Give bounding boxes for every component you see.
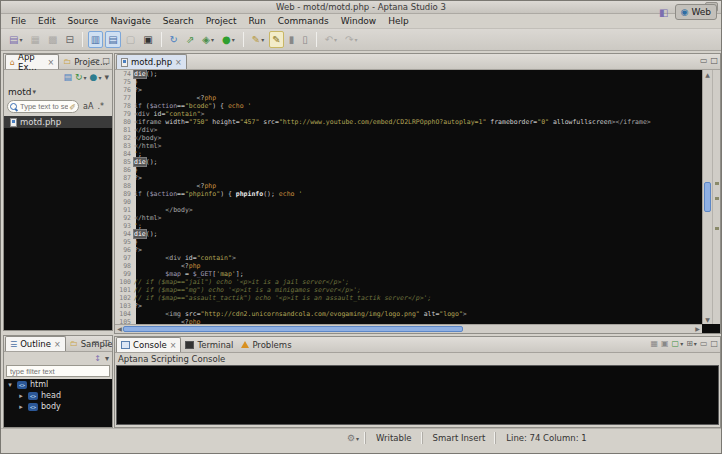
code-line[interactable]: 77 <?php <box>115 94 702 102</box>
search-input[interactable] <box>20 102 68 111</box>
file-list[interactable]: motd.php <box>4 116 112 330</box>
code-line[interactable]: 86} <box>115 166 702 174</box>
console-output[interactable] <box>116 365 719 425</box>
show-filesystem-button[interactable]: ▤ <box>105 31 120 48</box>
scroll-right-icon[interactable]: ▶ <box>693 325 702 333</box>
open-console-icon[interactable]: ⊞▾ <box>686 339 697 348</box>
save-button[interactable]: ▦ <box>27 31 42 48</box>
code-line[interactable]: 79<div id="contain"> <box>115 110 702 118</box>
tree-item-body[interactable]: ▸body <box>4 401 112 412</box>
open-terminal-button[interactable]: ▣ <box>140 31 155 48</box>
maximize-icon[interactable]: □ <box>102 338 110 347</box>
tab-problems[interactable]: Problems <box>237 337 295 352</box>
close-icon[interactable]: × <box>175 58 182 67</box>
refresh-button[interactable]: ↻ <box>167 31 181 48</box>
code-line[interactable]: 96?> <box>115 246 702 254</box>
outline-tree[interactable]: ▾html▸head▸body <box>4 379 112 427</box>
close-icon[interactable]: × <box>47 58 54 67</box>
scrollbar-thumb[interactable] <box>704 182 711 212</box>
show-view-button[interactable]: ▢ <box>123 31 138 48</box>
view-menu-icon[interactable]: ▾ <box>105 354 109 363</box>
show-app-explorer-button[interactable]: ▥ <box>88 31 103 48</box>
sort-icon[interactable]: ↕ <box>94 354 101 363</box>
code-line[interactable]: 95} <box>115 238 702 246</box>
code-line[interactable]: 76?> <box>115 86 702 94</box>
editor-tab-motd-php[interactable]: motd.php × <box>116 54 187 69</box>
menu-project[interactable]: Project <box>200 16 243 26</box>
pencil-button[interactable]: ✎ <box>269 31 283 48</box>
code-line[interactable]: 80<iframe width="750" height="457" src="… <box>115 118 702 126</box>
title-bar[interactable]: Web - motd/motd.php - Aptana Studio 3 × <box>1 1 721 14</box>
menu-search[interactable]: Search <box>157 16 200 26</box>
tab-outline[interactable]: ☰ Outline × <box>5 336 66 351</box>
code-line[interactable]: 93'; <box>115 222 702 230</box>
indent-guides-button[interactable]: ▮ <box>286 31 298 48</box>
editor-vertical-scrollbar[interactable]: ▲ ▼ <box>702 70 712 324</box>
code-line[interactable]: 84'; <box>115 150 702 158</box>
code-line[interactable]: 78if ($action=="bcode") { echo ' <box>115 102 702 110</box>
scroll-up-icon[interactable]: ▲ <box>703 70 712 79</box>
code-line[interactable]: 82</body> <box>115 134 702 142</box>
export-button[interactable]: ⇗ <box>183 31 197 48</box>
run-button[interactable]: ●▾ <box>219 31 238 48</box>
code-line[interactable]: 94die(); <box>115 230 702 238</box>
code-line[interactable]: 74die(); <box>115 70 702 78</box>
file-item-motd-php[interactable]: motd.php <box>4 116 112 128</box>
menu-run[interactable]: Run <box>243 16 272 26</box>
code-line[interactable]: 103?> <box>115 302 702 310</box>
editor-horizontal-scrollbar[interactable]: ◀ ▶ <box>115 324 702 333</box>
collapse-icon[interactable]: ▾ <box>6 381 14 389</box>
web-perspective-button[interactable]: ◉ Web <box>675 4 717 20</box>
forward-button[interactable]: ↷▾ <box>342 31 360 48</box>
menu-commands[interactable]: Commands <box>272 16 335 26</box>
code-line[interactable]: 88 <?php <box>115 182 702 190</box>
close-icon[interactable]: × <box>54 340 61 349</box>
maximize-icon[interactable]: □ <box>710 339 718 348</box>
code-line[interactable]: 75} <box>115 78 702 86</box>
save-all-button[interactable]: ▩ <box>45 31 60 48</box>
menu-edit[interactable]: Edit <box>32 16 61 26</box>
code-line[interactable]: 87?> <box>115 174 702 182</box>
expand-icon[interactable]: ▸ <box>17 403 25 411</box>
pin-console-icon[interactable]: ▣ <box>661 339 669 348</box>
word-wrap-button[interactable]: ▯ <box>299 31 311 48</box>
maximize-icon[interactable]: □ <box>710 56 718 65</box>
menu-help[interactable]: Help <box>382 16 415 26</box>
project-selector[interactable]: motd▾ <box>4 85 112 98</box>
clear-console-icon[interactable]: ▦ <box>650 339 658 348</box>
open-perspective-icon[interactable]: ◧ <box>659 7 668 18</box>
code-line[interactable]: 100// if ($map=="jail") echo '<p>it is a… <box>115 278 702 286</box>
minimize-icon[interactable]: ▭ <box>700 339 708 348</box>
code-line[interactable]: 92</html> <box>115 214 702 222</box>
menu-navigate[interactable]: Navigate <box>104 16 156 26</box>
code-line[interactable]: 91 </body> <box>115 206 702 214</box>
sync-icon[interactable]: ↻▾ <box>75 73 87 82</box>
expand-icon[interactable]: ▸ <box>17 392 25 400</box>
code-line[interactable]: 102// if ($map=="assault_tactik") echo '… <box>115 294 702 302</box>
regex-toggle[interactable]: .* <box>97 102 104 111</box>
minimize-icon[interactable]: ▭ <box>92 338 100 347</box>
print-button[interactable]: ⊟ <box>62 31 76 48</box>
menu-file[interactable]: File <box>5 16 32 26</box>
scroll-down-icon[interactable]: ▼ <box>703 315 712 324</box>
code-line[interactable]: 85die(); <box>115 158 702 166</box>
run-small-icon[interactable]: ●▾ <box>90 73 102 82</box>
code-line[interactable]: 97 <div id="contain"> <box>115 254 702 262</box>
code-line[interactable]: 81</div> <box>115 126 702 134</box>
tree-item-html[interactable]: ▾html <box>4 379 112 390</box>
tab-terminal[interactable]: Terminal <box>181 337 237 352</box>
code-line[interactable]: 98 <?php <box>115 262 702 270</box>
scrollbar-thumb[interactable] <box>123 326 463 332</box>
tree-item-head[interactable]: ▸head <box>4 390 112 401</box>
minimize-icon[interactable]: ▭ <box>700 56 708 65</box>
close-icon[interactable]: × <box>170 341 177 350</box>
new-wizard-button[interactable]: ▤▾ <box>6 31 25 48</box>
case-sensitive-toggle[interactable]: aA <box>83 102 93 111</box>
code-line[interactable]: 90 <box>115 198 702 206</box>
code-line[interactable]: 83</html> <box>115 142 702 150</box>
tab-console[interactable]: Console× <box>116 337 181 352</box>
filter-input[interactable] <box>10 367 106 376</box>
tab-app-explorer[interactable]: ⌂ App Ex... × <box>5 54 59 69</box>
wand-icon[interactable]: ✐ <box>69 103 76 112</box>
display-console-icon[interactable]: ▢▾ <box>672 339 684 348</box>
